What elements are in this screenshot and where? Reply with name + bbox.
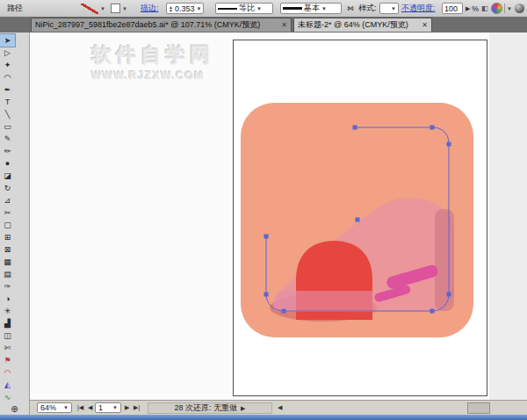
close-icon[interactable]: ✕ [281,21,287,29]
width-profile-dropdown[interactable]: 等比 ▼ [215,3,273,14]
perspective-grid-tool[interactable]: ⊠ [0,243,15,256]
eyedropper-tool[interactable]: ✑ [0,280,15,293]
control-bar: 路径 ▼ ▼ 描边: ▲▼ 0.353 ▼ 等比 ▼ [0,0,527,18]
tab-bar: NiPic_287997_5981fbe2e87daeb5.ai* @ 107.… [0,17,527,33]
blend-tool[interactable]: ◑ [0,293,15,305]
hscroll-thumb[interactable] [467,402,490,414]
fill-color-swatch-icon [111,4,120,13]
slice-tool[interactable]: ✄ [0,342,15,354]
selection-tool[interactable]: ➤ [0,34,15,47]
anchor-point[interactable] [430,126,435,130]
chevron-down-icon: ▼ [196,6,201,11]
toolbox-panel: ➤▷✦◠✒T╲▭✎✏●◪↻⊿✂▢⊞⊠▦▤✑◑✳▟◫✄⚑◠◭∿⊕⋈∫▙≈∿≡⌖⇉▢… [0,33,30,415]
stroke-link[interactable]: 描边: [141,3,159,14]
next-artboard-button[interactable]: ▶ [125,402,129,413]
chevron-down-icon: ▼ [321,6,327,11]
chevron-down-icon: ▼ [100,6,105,11]
chevron-down-icon: ▼ [63,405,69,410]
undo-status-panel[interactable]: 28 次还原: 无重做 ▶ [148,402,272,414]
line-segment-tool[interactable]: ╲ [0,108,15,120]
recolor-artwork-button[interactable]: ▼ [491,3,512,14]
curvature-tool[interactable]: ∿ [0,391,15,403]
selection-type-label: 路径 [7,3,23,14]
pen-tool[interactable]: ✒ [0,83,15,96]
artboard-number-dropdown[interactable]: 1 ▼ [95,402,121,413]
opacity-stepper-icon[interactable]: ▶ [466,3,470,14]
document-tab-untitled2[interactable]: 未标题-2* @ 64% (CMYK/预览) ✕ [293,18,432,32]
pencil-tool[interactable]: ✏ [0,145,15,157]
taskbar-edge [0,415,527,420]
shape-mode-icon[interactable]: ⋈ [347,3,354,14]
paintbrush-tool[interactable]: ✎ [0,133,15,145]
gradient-tool[interactable]: ▤ [0,268,15,280]
anchor-point[interactable] [447,142,451,147]
mailbox-body-front-lip[interactable] [273,291,372,312]
direct-selection-tool[interactable]: ▷ [0,47,15,59]
stepper-icon[interactable]: ▲▼ [169,5,173,12]
brush-definition-dropdown[interactable]: 基本 ▼ [280,3,342,14]
symbol-sprayer-tool[interactable]: ✳ [0,305,15,317]
artboard-artwork [234,40,487,395]
arc-tool[interactable]: ◠ [0,366,15,379]
artboard[interactable] [233,40,487,396]
stroke-weight-field[interactable]: ▲▼ 0.353 ▼ [166,3,204,14]
percent-label: % [472,3,479,14]
opacity-link[interactable]: 不透明度: [401,3,436,14]
illustrator-window: 路径 ▼ ▼ 描边: ▲▼ 0.353 ▼ 等比 ▼ [0,0,527,420]
rotate-tool[interactable]: ↻ [0,182,15,194]
fill-color-dropdown[interactable]: ▼ [111,3,127,14]
chevron-down-icon: ▼ [122,6,127,11]
column-graph-tool[interactable]: ▟ [0,317,15,329]
first-artboard-button[interactable]: |◀ [77,402,83,413]
tab-label: NiPic_287997_5981fbe2e87daeb5.ai* @ 107.… [35,19,278,31]
anchor-point[interactable] [264,235,269,239]
magic-wand-tool[interactable]: ✦ [0,59,15,71]
zoom-level-value: 64% [40,403,56,412]
style-dropdown[interactable]: ▼ [379,3,399,14]
mailbox-side-shade[interactable] [435,209,454,311]
chevron-down-icon: ▼ [391,6,396,11]
width-profile-line-icon [218,8,237,10]
anchor-point[interactable] [430,309,435,314]
toolbox-tools: ➤▷✦◠✒T╲▭✎✏●◪↻⊿✂▢⊞⊠▦▤✑◑✳▟◫✄⚑◠◭∿⊕⋈∫▙≈∿≡⌖⇉▢… [0,33,29,420]
rotate-view-tool[interactable]: ⊕ [0,403,29,416]
stroke-color-dropdown[interactable]: ▼ [81,3,105,14]
artboard-tool[interactable]: ◫ [0,329,15,342]
tab-label: 未标题-2* @ 64% (CMYK/预览) [298,19,418,31]
chevron-down-icon: ▼ [507,6,512,11]
opacity-mask-icon[interactable]: ◧ [481,3,488,14]
mesh-tool[interactable]: ▦ [0,256,15,268]
blob-brush-tool[interactable]: ● [0,157,15,170]
color-wheel-icon [491,3,502,14]
opacity-field[interactable]: 100 [442,3,463,14]
free-transform-tool[interactable]: ▢ [0,219,15,231]
close-icon[interactable]: ✕ [422,21,428,29]
type-tool[interactable]: T [0,96,15,108]
zoom-level-dropdown[interactable]: 64% ▼ [37,402,72,413]
status-bar: 64% ▼ |◀ ◀ 1 ▼ ▶ ▶| 28 次还原: 无重做 ▶ ◀ [30,400,527,415]
status-expand-icon[interactable]: ▶ [241,405,245,412]
anchor-point[interactable] [356,218,360,222]
rectangle-tool[interactable]: ▭ [0,120,15,133]
anchor-point[interactable] [353,126,357,130]
hscroll-left-button[interactable]: ◀ [278,402,282,413]
shape-builder-tool[interactable]: ⊞ [0,231,15,243]
width-profile-value: 等比 [239,3,255,14]
knife-tool[interactable]: ◭ [0,379,15,391]
last-artboard-button[interactable]: ▶| [134,402,140,413]
undo-status-text: 28 次还原: 无重做 [175,402,238,414]
stroke-color-swatch-icon [81,4,98,14]
prev-artboard-button[interactable]: ◀ [88,402,92,413]
live-paint-bucket-tool[interactable]: ⚑ [0,354,15,366]
eraser-tool[interactable]: ◪ [0,170,15,182]
cs-live-button[interactable] [515,3,524,14]
lasso-tool[interactable]: ◠ [0,71,15,83]
stroke-weight-value: 0.353 [175,4,195,13]
scale-tool[interactable]: ⊿ [0,194,15,206]
anchor-point[interactable] [447,293,451,297]
anchor-point[interactable] [264,293,269,297]
document-tab-nipic[interactable]: NiPic_287997_5981fbe2e87daeb5.ai* @ 107.… [31,18,292,32]
anchor-point[interactable] [282,309,286,314]
scissors-tool[interactable]: ✂ [0,206,15,219]
document-window: 软件自学网 WWW.RJZXW.COM [30,33,527,400]
